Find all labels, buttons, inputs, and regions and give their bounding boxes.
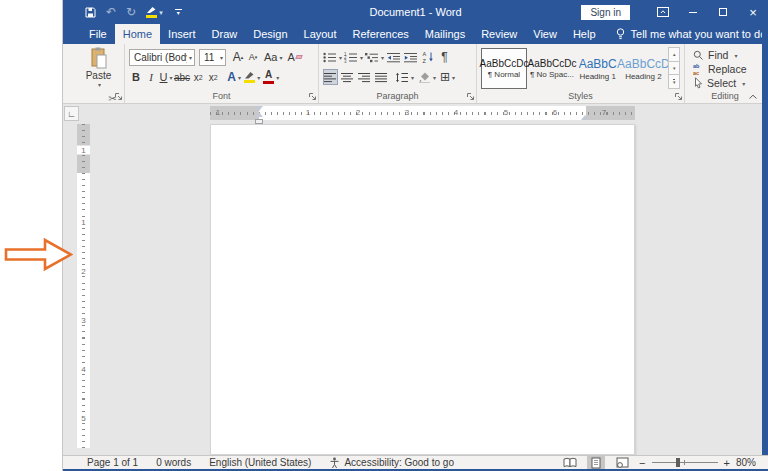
sign-in-button[interactable]: Sign in: [581, 5, 630, 20]
align-right-button[interactable]: [357, 69, 372, 85]
style-no-spacing[interactable]: AaBbCcDc ¶ No Spac...: [529, 48, 575, 89]
shading-button[interactable]: ▾: [418, 69, 436, 85]
align-left-button[interactable]: [323, 69, 338, 85]
accessibility-status[interactable]: Accessibility: Good to go: [329, 457, 454, 469]
svg-text:A: A: [422, 51, 426, 57]
tab-home[interactable]: Home: [115, 24, 160, 44]
customize-qat-button[interactable]: ▾: [175, 9, 182, 15]
tab-mailings[interactable]: Mailings: [417, 24, 473, 44]
subscript-button[interactable]: x2: [191, 69, 205, 86]
zoom-slider-thumb[interactable]: [676, 458, 680, 467]
tab-insert[interactable]: Insert: [160, 24, 204, 44]
title-bar: ↶ ↻ ▾ ▾ Document1 - Word: [63, 0, 768, 24]
horizontal-ruler[interactable]: 1 1 2 3 4 5 6 7: [210, 106, 635, 120]
document-page[interactable]: [210, 124, 635, 455]
replace-button[interactable]: ab ac Replace: [689, 62, 761, 76]
left-indent-marker[interactable]: [255, 119, 263, 124]
text-effects-button[interactable]: A ▾: [227, 69, 241, 86]
undo-icon[interactable]: ↶: [106, 6, 116, 18]
status-bar: Page 1 of 1 0 words English (United Stat…: [63, 455, 768, 469]
clipboard-dialog-launcher[interactable]: [114, 92, 123, 101]
style-preview: AaBbCcD: [617, 57, 670, 71]
align-center-icon: [341, 72, 354, 83]
first-line-indent-marker[interactable]: [255, 106, 263, 111]
clear-formatting-button[interactable]: A: [287, 49, 301, 66]
right-indent-marker[interactable]: [581, 115, 589, 120]
styles-scroll-down-button[interactable]: ▾: [668, 61, 680, 76]
tell-me-box[interactable]: Tell me what you want to do: [616, 24, 767, 44]
styles-more-button[interactable]: ▾: [668, 74, 680, 89]
highlighter-icon[interactable]: ▾: [146, 6, 163, 18]
font-size-combo[interactable]: 11 ▾: [199, 49, 226, 66]
justify-button[interactable]: [374, 69, 389, 85]
paste-button[interactable]: Paste ▾: [85, 47, 112, 91]
tab-file[interactable]: File: [81, 24, 115, 44]
print-layout-button[interactable]: [587, 456, 605, 469]
font-color-button[interactable]: A ▾: [263, 69, 279, 86]
decrease-indent-button[interactable]: [386, 49, 401, 65]
word-count[interactable]: 0 words: [156, 457, 191, 468]
borders-button[interactable]: ⊞ ▾: [440, 69, 455, 85]
svg-text:3: 3: [344, 58, 347, 62]
grow-font-button[interactable]: A▴: [231, 49, 245, 66]
collapse-ribbon-button[interactable]: [748, 94, 758, 100]
redo-icon[interactable]: ↻: [126, 6, 136, 18]
tab-design[interactable]: Design: [245, 24, 295, 44]
bold-button[interactable]: B: [129, 69, 143, 86]
tab-review[interactable]: Review: [473, 24, 525, 44]
sort-button[interactable]: A Z: [420, 49, 435, 65]
bullets-button[interactable]: ▾: [323, 49, 342, 65]
zoom-slider[interactable]: [652, 462, 718, 463]
close-button[interactable]: ×: [738, 0, 768, 24]
style-heading-2[interactable]: AaBbCcD Heading 2: [620, 48, 666, 89]
web-layout-button[interactable]: [613, 456, 631, 469]
read-mode-button[interactable]: [561, 456, 579, 469]
show-hide-marks-button[interactable]: ¶: [437, 49, 452, 65]
tab-stop-selector[interactable]: ∟: [64, 106, 79, 121]
style-heading-1[interactable]: AaBbC Heading 1: [577, 48, 618, 89]
styles-scroll-up-button[interactable]: ▴: [668, 47, 680, 62]
zoom-percentage[interactable]: 80%: [736, 457, 756, 468]
ribbon-display-options-button[interactable]: [648, 0, 678, 24]
select-label: Select: [707, 77, 736, 89]
font-name-combo[interactable]: Calibri (Body) ▾: [129, 49, 195, 66]
language-indicator[interactable]: English (United States): [209, 457, 311, 468]
style-normal[interactable]: AaBbCcDc ¶ Normal: [481, 48, 527, 89]
hanging-indent-marker[interactable]: [255, 112, 263, 117]
shrink-font-button[interactable]: A▾: [246, 49, 260, 66]
change-case-button[interactable]: Aa ▾: [264, 49, 282, 66]
paragraph-dialog-launcher[interactable]: [466, 92, 475, 101]
print-layout-icon: [591, 457, 601, 469]
align-center-button[interactable]: [340, 69, 355, 85]
lightbulb-icon: [616, 28, 625, 41]
superscript-button[interactable]: x2: [206, 69, 220, 86]
tab-help[interactable]: Help: [565, 24, 604, 44]
line-spacing-button[interactable]: ▾: [395, 69, 414, 85]
underline-button[interactable]: U ▾: [159, 69, 173, 86]
font-dialog-launcher[interactable]: [308, 92, 317, 101]
tab-layout[interactable]: Layout: [296, 24, 345, 44]
highlighter-icon: [244, 71, 255, 79]
find-button[interactable]: Find ▾: [689, 48, 761, 62]
ruler-number: 2: [356, 107, 360, 118]
page-indicator[interactable]: Page 1 of 1: [87, 457, 138, 468]
tab-draw[interactable]: Draw: [204, 24, 246, 44]
tab-references[interactable]: References: [345, 24, 417, 44]
increase-indent-button[interactable]: [403, 49, 418, 65]
maximize-button[interactable]: [708, 0, 738, 24]
vertical-ruler[interactable]: 1 1 2 3 4 5: [77, 124, 90, 448]
text-highlight-button[interactable]: ▾: [244, 69, 260, 86]
styles-dialog-launcher[interactable]: [674, 92, 683, 101]
zoom-out-button[interactable]: −: [639, 457, 645, 469]
decrease-indent-icon: [387, 52, 401, 63]
italic-button[interactable]: I: [144, 69, 158, 86]
save-icon[interactable]: [85, 7, 96, 18]
select-button[interactable]: Select ▾: [689, 76, 761, 90]
word-window: ↶ ↻ ▾ ▾ Document1 - Word: [62, 0, 768, 471]
numbering-button[interactable]: 1 2 3 ▾: [344, 49, 363, 65]
minimize-button[interactable]: [678, 0, 708, 24]
zoom-in-button[interactable]: +: [724, 457, 730, 469]
multilevel-list-button[interactable]: ▾: [365, 49, 384, 65]
strikethrough-button[interactable]: abc: [174, 69, 190, 86]
tab-view[interactable]: View: [525, 24, 565, 44]
